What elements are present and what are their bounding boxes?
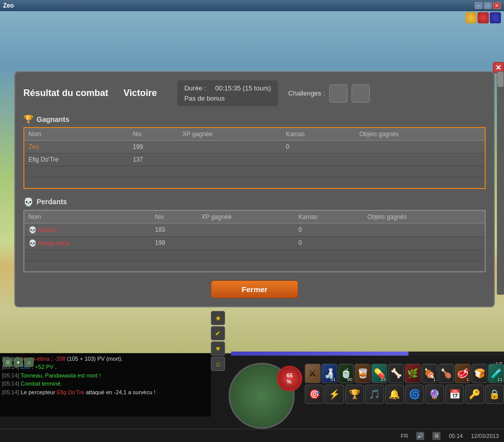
winners-header-row: Nom Niv. XP gagnée Kamas Objets gagnés — [24, 128, 485, 141]
col-items-l: Objets gagnés — [363, 210, 485, 224]
challenges-label: Challenges : — [288, 89, 325, 97]
skull-icon-1: 💀 — [28, 226, 37, 234]
status-bar: FR 🔊 🖥 05:14 12/03/2013 — [0, 429, 504, 442]
language-indicator: FR — [401, 433, 408, 439]
winner-name-1: Zeo — [24, 141, 129, 153]
loser-kamas-2: 0 — [295, 236, 364, 249]
bonus-label: Pas de bonus — [184, 94, 225, 102]
loser-kamas-1: 0 — [295, 223, 364, 236]
action-slot-6[interactable]: 🦴 — [388, 364, 404, 383]
winner-level-1: 199 — [129, 141, 178, 153]
loser-level-1: 183 — [151, 223, 198, 236]
date-display: 12/03/2013 — [471, 433, 499, 439]
col-niv-l: Niv. — [151, 210, 198, 224]
action-slot-1[interactable]: ⚔ — [305, 364, 321, 383]
losers-label: Perdants — [37, 198, 67, 206]
winner-items-2 — [355, 153, 485, 166]
table-row: 💀 Nelson 183 0 — [24, 223, 485, 236]
window-close-button[interactable]: ✕ — [493, 2, 501, 9]
winners-table: Nom Niv. XP gagnée Kamas Objets gagnés Z… — [23, 127, 486, 189]
action-slot-12[interactable]: 🧪 11 — [488, 364, 504, 383]
col-xp-w: XP gagnée — [178, 128, 282, 141]
col-kamas-l: Kamas — [295, 210, 364, 224]
smiley-icon[interactable]: ☺ — [24, 358, 34, 367]
duration-value: 00:15:35 (15 tours) — [215, 84, 271, 92]
action-row-1: ⚔ 🍶 91 🍵 90 🥃 💊 33 🦴 — [305, 364, 504, 383]
chat-line-4: [05:14] Combat terminé. — [2, 380, 209, 388]
close-button[interactable]: Fermer — [211, 280, 299, 298]
action-slot-3[interactable]: 🍵 90 — [338, 364, 354, 383]
action-slot-b2[interactable]: ⚡ — [325, 385, 343, 404]
winner-name-2: Efig Do'Tre — [24, 153, 129, 166]
dialog-header: Résultat du combat Victoire Durée : 00:1… — [23, 80, 486, 106]
chat-line-5: [05:14] Le percepteur Efig Do'Tre attaqu… — [2, 389, 209, 396]
winner-kamas-2 — [282, 153, 356, 166]
skull-section-icon: 💀 — [23, 197, 34, 207]
action-slot-4[interactable]: 🥃 — [355, 364, 370, 383]
winner-items-1 — [355, 141, 485, 153]
action-slot-7[interactable]: 🌿 — [405, 364, 421, 383]
loser-xp-2 — [198, 236, 295, 249]
settings-icon[interactable] — [490, 12, 501, 23]
monitor-icon[interactable]: 🖥 — [432, 432, 440, 440]
scrollbar-thumb — [497, 72, 503, 87]
action-slot-2[interactable]: 🍶 91 — [322, 364, 337, 383]
heart-icon[interactable]: ♥ — [14, 358, 23, 367]
action-slot-9[interactable]: 🍗 — [438, 364, 454, 383]
table-row — [24, 177, 485, 188]
gift-icon[interactable] — [478, 12, 489, 23]
audio-icon[interactable]: 🔊 — [416, 432, 424, 440]
action-slot-b6[interactable]: 🌀 — [405, 385, 424, 404]
winners-section-header: 🏆 Gagnants — [23, 114, 486, 124]
winner-xp-1 — [178, 141, 282, 153]
check-action-button[interactable]: ✔ — [211, 326, 225, 340]
window-title: Zeo — [3, 2, 14, 9]
right-scrollbar[interactable] — [497, 71, 504, 295]
col-xp-l: XP gagnée — [198, 210, 295, 224]
action-bar: 1/5 ⚔ 🍶 91 🍵 90 🥃 💊 33 — [305, 359, 504, 440]
action-slot-8[interactable]: 🍖 1 — [422, 364, 437, 383]
challenges-section: Challenges : — [288, 84, 369, 103]
action-slot-b7[interactable]: 🔮 — [425, 385, 444, 404]
chat-line-3: [05:14] Tonneau, Pandawasta est mort ! — [2, 372, 209, 380]
heart-action-button[interactable]: ♥ — [211, 341, 225, 356]
action-slot-11[interactable]: 🍞 — [471, 364, 487, 383]
xp-bar-area — [231, 352, 504, 356]
action-slot-b9[interactable]: 🔑 — [465, 385, 484, 404]
maximize-button[interactable]: □ — [484, 2, 492, 9]
action-slot-b1[interactable]: 🎯 — [305, 385, 324, 404]
action-slot-10[interactable]: 🥩 1 — [455, 364, 470, 383]
table-row: Zeo 199 0 — [24, 141, 485, 153]
loser-name-2: 💀 Hesta-ebria — [24, 236, 151, 249]
title-bar: Zeo ─ □ ✕ — [0, 0, 504, 11]
losers-table: Nom Niv. XP gagnée Kamas Objets gagnés 💀… — [23, 210, 486, 273]
xp-bar — [231, 352, 408, 356]
star-action-button[interactable]: ★ — [211, 311, 225, 325]
trophy-icon: 🏆 — [23, 114, 34, 124]
col-nom-w: Nom — [24, 128, 129, 141]
dialog-title: Résultat du combat — [23, 88, 108, 99]
action-slot-b4[interactable]: 🎵 — [365, 385, 384, 404]
loser-name-1: 💀 Nelson — [24, 223, 151, 236]
minimize-button[interactable]: ─ — [475, 2, 483, 9]
action-row-2: 🎯 ⚡ 🏆 🎵 🔔 🌀 🔮 📅 � — [305, 385, 504, 404]
col-nom-l: Nom — [24, 210, 151, 224]
time-display: 05:14 — [449, 433, 463, 439]
col-niv-w: Niv. — [129, 128, 178, 141]
table-row: Efig Do'Tre 137 — [24, 153, 485, 166]
winner-kamas-1: 0 — [282, 141, 356, 153]
home-action-button[interactable]: ⌂ — [211, 357, 225, 371]
action-slot-5[interactable]: 💊 33 — [371, 364, 387, 383]
action-slot-b5[interactable]: 🔔 — [385, 385, 404, 404]
table-row — [24, 261, 485, 272]
menu-icon[interactable]: ☰ — [3, 358, 12, 367]
bottom-panel: [05:14] Hesta-ebria : -208 (105 + 103) P… — [0, 353, 504, 442]
skull-icon-2: 💀 — [28, 239, 37, 247]
action-slot-b10[interactable]: 🔒 — [485, 385, 504, 404]
gold-icon[interactable] — [465, 12, 477, 23]
action-slot-b3[interactable]: 🏆 — [345, 385, 364, 404]
action-slot-b8[interactable]: 📅 — [445, 385, 464, 404]
loser-items-2 — [363, 236, 485, 249]
table-row — [24, 166, 485, 177]
challenge-box-2 — [352, 84, 370, 103]
